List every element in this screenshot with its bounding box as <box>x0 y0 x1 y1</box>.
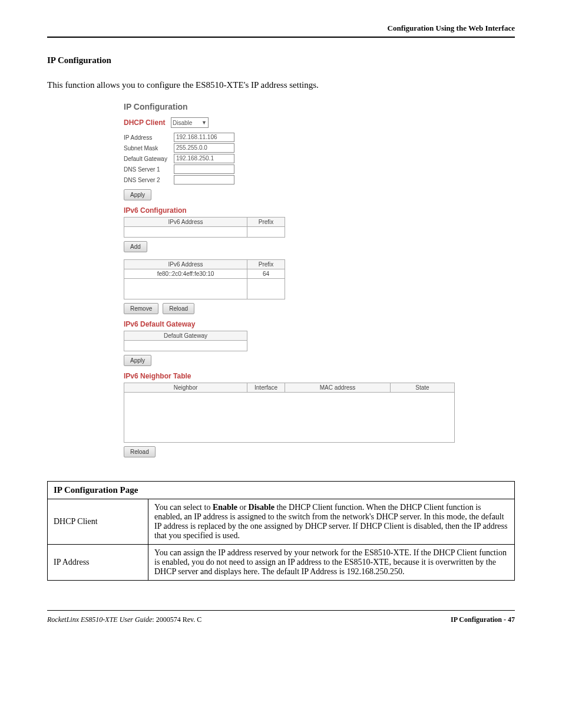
dns1-input[interactable] <box>174 164 234 174</box>
default-gateway-input[interactable]: 192.168.250.1 <box>174 154 234 163</box>
info-table: IP Configuration Page DHCP Client You ca… <box>47 481 515 581</box>
ipv6-neighbor-table: Neighbor Interface MAC address State <box>124 383 455 443</box>
ipv6-address-header: IPv6 Address <box>124 218 247 227</box>
footer-page: IP Configuration - 47 <box>451 615 515 624</box>
ipv6-add-table: IPv6 AddressPrefix <box>124 217 285 238</box>
neighbor-header: Neighbor <box>124 383 247 393</box>
ipv6-gateway-table: Default Gateway <box>124 331 247 351</box>
prefix-input[interactable] <box>247 227 285 238</box>
info-row-desc: You can assign the IP address reserved b… <box>148 545 515 581</box>
ipv6-neighbor-title: IPv6 Neighbor Table <box>124 372 515 380</box>
ip-address-label: IP Address <box>124 134 174 141</box>
ipv6-row-prefix: 64 <box>247 269 285 279</box>
page-header: Configuration Using the Web Interface <box>47 24 515 38</box>
mac-header: MAC address <box>285 383 391 393</box>
neighbor-empty <box>124 393 455 443</box>
screenshot-title: IP Configuration <box>124 102 515 111</box>
interface-header: Interface <box>247 383 285 393</box>
subnet-mask-input[interactable]: 255.255.0.0 <box>174 143 234 153</box>
ipv6-gateway-title: IPv6 Default Gateway <box>124 320 515 328</box>
default-gateway-input-v6[interactable] <box>124 341 247 351</box>
apply-button[interactable]: Apply <box>124 189 151 200</box>
ipv6-list-table: IPv6 AddressPrefix fe80::2c0:4eff:fe30:1… <box>124 259 285 299</box>
prefix-header: Prefix <box>247 218 285 227</box>
remove-button[interactable]: Remove <box>124 303 158 314</box>
info-row-desc: You can select to Enable or Disable the … <box>148 499 515 545</box>
dhcp-client-label: DHCP Client <box>124 118 171 127</box>
info-row-label: IP Address <box>48 545 148 581</box>
ipv6-row-address[interactable]: fe80::2c0:4eff:fe30:10 <box>124 269 247 279</box>
dhcp-client-select[interactable]: Disable ▼ <box>171 117 209 128</box>
footer-rev: : 2000574 Rev. C <box>152 615 201 624</box>
dhcp-client-value: Disable <box>173 120 192 126</box>
reload-button[interactable]: Reload <box>163 303 194 314</box>
ipv6-config-title: IPv6 Configuration <box>124 206 515 215</box>
dns2-label: DNS Server 2 <box>124 177 174 183</box>
intro-text: This function allows you to configure th… <box>47 80 515 90</box>
footer-guide: RocketLinx ES8510-XTE User Guide <box>47 615 152 624</box>
prefix-header-2: Prefix <box>247 260 285 269</box>
page-footer: RocketLinx ES8510-XTE User Guide: 200057… <box>47 610 515 624</box>
dns2-input[interactable] <box>174 175 234 185</box>
state-header: State <box>391 383 455 393</box>
add-button[interactable]: Add <box>124 241 147 252</box>
default-gateway-header: Default Gateway <box>124 331 247 341</box>
default-gateway-label: Default Gateway <box>124 156 174 162</box>
ipv6-empty-cell <box>124 279 247 299</box>
ip-address-input[interactable]: 192.168.11.106 <box>174 133 234 142</box>
apply-button-2[interactable]: Apply <box>124 355 151 366</box>
dropdown-icon: ▼ <box>201 120 207 126</box>
ipv6-address-input[interactable] <box>124 227 247 238</box>
dns1-label: DNS Server 1 <box>124 166 174 173</box>
reload-button-2[interactable]: Reload <box>124 446 156 457</box>
info-row-label: DHCP Client <box>48 499 148 545</box>
info-table-title: IP Configuration Page <box>48 482 515 499</box>
ipv6-address-header-2: IPv6 Address <box>124 260 247 269</box>
section-title: IP Configuration <box>47 55 515 65</box>
config-screenshot: IP Configuration DHCP Client Disable ▼ I… <box>124 102 515 457</box>
subnet-mask-label: Subnet Mask <box>124 145 174 151</box>
